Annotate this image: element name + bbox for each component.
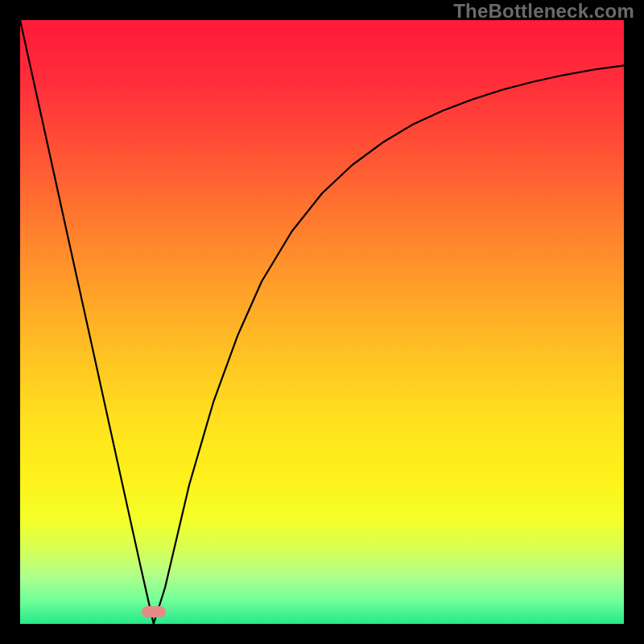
plot-area — [20, 20, 624, 624]
bottleneck-curve — [20, 20, 624, 624]
optimal-point-marker — [142, 606, 166, 617]
watermark-text: TheBottleneck.com — [453, 0, 634, 23]
chart-frame: TheBottleneck.com — [0, 0, 644, 644]
